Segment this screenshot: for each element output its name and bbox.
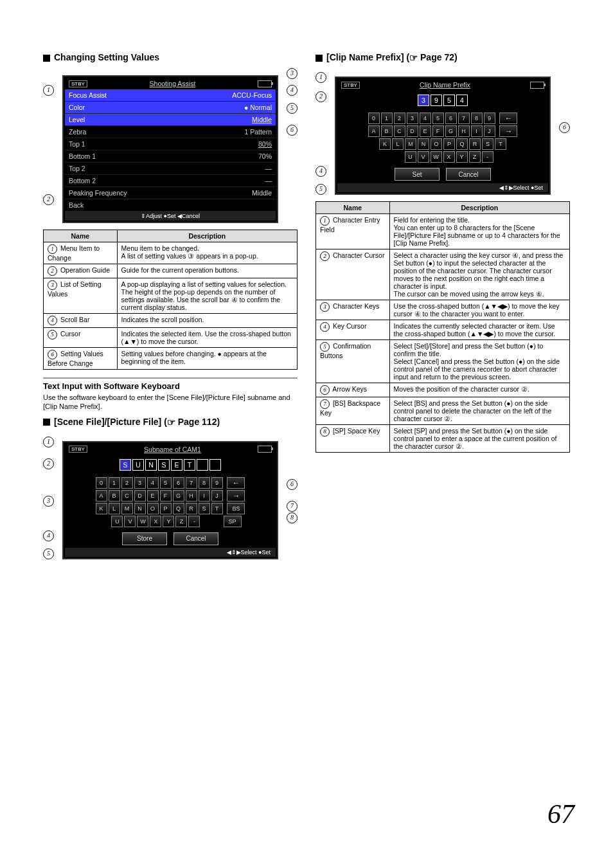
heading-clip-prefix: [Clip Name Prefix] (☞ Page 72) — [315, 52, 570, 64]
camera-menu: STBYShooting Assist Focus AssistACCU-Foc… — [62, 75, 278, 223]
heading-text-input: Text Input with Software Keyboard — [43, 377, 298, 391]
heading-scene-file: [Scene File]/[Picture File] (☞ Page 112) — [43, 417, 298, 428]
text-input-description: Use the software keyboard to enter the [… — [43, 393, 298, 411]
figure-kb1: 1 2 3 4 5 6 7 8 STBYSubname of CAM1 SUNS… — [43, 435, 298, 566]
table-settings: NameDescription 1 Menu Item to ChangeMen… — [43, 230, 298, 370]
keyboard-grid-2: 0123456789 ← ABCDEFGHIJ → KLMNOPQRST UVW… — [337, 110, 548, 165]
entry-field: SUNSET — [65, 455, 276, 475]
table-keyboard: NameDescription 1 Character Entry FieldF… — [315, 201, 570, 453]
figure-kb2: 1 2 4 5 6 STBYClip Name Prefix 3954 0123… — [315, 70, 570, 201]
keyboard-grid: 0123456789 ← ABCDEFGHIJ → KLMNOPQRST BS … — [65, 475, 276, 530]
entry-field-2: 3954 — [337, 91, 548, 110]
figure-settings-menu: 1 3 4 5 6 2 STBYShooting Assist Focus As… — [43, 69, 298, 230]
heading-changing-values: Changing Setting Values — [43, 52, 298, 62]
menu-rows: Focus AssistACCU-Focus Color● Normal Lev… — [65, 89, 276, 212]
